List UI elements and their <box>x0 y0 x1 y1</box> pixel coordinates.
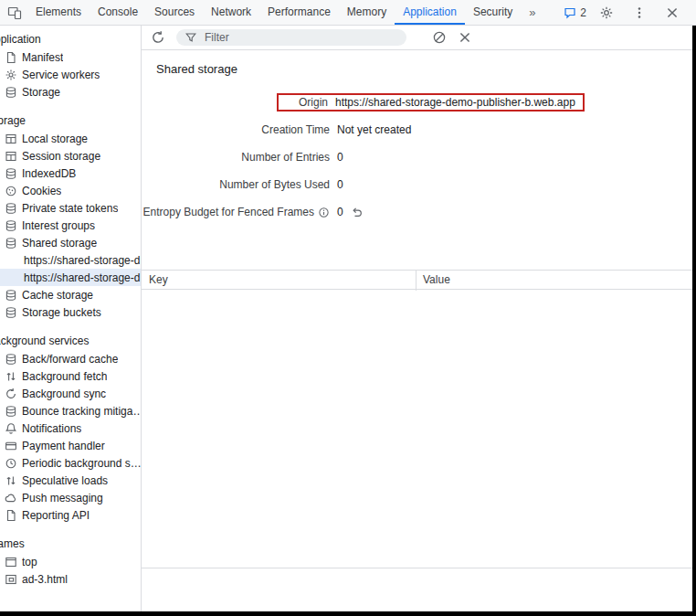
field-row-number-of-bytes-used: Number of Bytes Used 0 <box>142 171 692 198</box>
database-icon <box>5 237 17 250</box>
sidebar-item-periodic-background-sync[interactable]: Periodic background s… <box>0 454 141 472</box>
panel-tabs: Elements Console Sources Network Perform… <box>27 0 543 25</box>
sidebar-header-frames: Frames <box>0 536 141 553</box>
sidebar-item-frame-ad-3[interactable]: ad-3.html <box>0 570 141 588</box>
database-icon <box>5 219 17 232</box>
database-icon <box>5 306 17 319</box>
column-header-value[interactable]: Value <box>423 273 450 286</box>
sidebar-header-background-services: Background services <box>0 333 141 350</box>
info-icon[interactable] <box>318 207 330 218</box>
metadata-report: Origin https://shared-storage-demo-publi… <box>142 78 692 226</box>
cookie-icon <box>5 185 17 197</box>
database-icon <box>5 167 17 180</box>
more-vert-icon[interactable] <box>632 5 647 20</box>
bell-icon <box>5 422 17 435</box>
application-sidebar: Application Manifest Service workers Sto… <box>0 26 142 611</box>
sidebar-item-push-messaging[interactable]: Push messaging <box>0 489 141 506</box>
sidebar-item-speculative-loads[interactable]: Speculative loads <box>0 472 141 489</box>
gear-icon[interactable] <box>599 5 614 20</box>
sidebar-item-local-storage[interactable]: Local storage <box>0 130 141 147</box>
field-value: 0 <box>337 151 343 164</box>
database-icon <box>5 86 17 99</box>
tab-memory[interactable]: Memory <box>339 0 395 25</box>
tab-network[interactable]: Network <box>203 0 259 25</box>
sidebar-item-bounce-tracking-mitigations[interactable]: Bounce tracking mitiga… <box>0 402 141 420</box>
sidebar-item-indexeddb[interactable]: IndexedDB <box>0 165 141 182</box>
filter-input[interactable] <box>203 30 398 45</box>
storage-items-table: Key Value <box>142 270 692 568</box>
database-icon <box>5 202 17 215</box>
document-icon <box>5 509 17 522</box>
clock-icon <box>5 457 17 470</box>
tab-security[interactable]: Security <box>465 0 521 25</box>
sidebar-item-shared-storage-origin-1[interactable]: https://shared-storage-d… <box>0 251 141 269</box>
sidebar-item-storage-buckets[interactable]: Storage buckets <box>0 303 141 321</box>
tab-console[interactable]: Console <box>90 0 146 25</box>
panel-toolbar <box>142 26 692 50</box>
field-row-entropy-budget: Entropy Budget for Fenced Frames 0 <box>142 198 692 226</box>
tab-performance[interactable]: Performance <box>259 0 339 25</box>
gear-icon <box>5 69 17 81</box>
field-value: Not yet created <box>337 123 411 136</box>
sidebar-item-back-forward-cache[interactable]: Back/forward cache <box>0 350 141 367</box>
document-icon <box>5 51 17 64</box>
delete-icon[interactable] <box>458 30 472 45</box>
sidebar-item-payment-handler[interactable]: Payment handler <box>0 437 141 454</box>
issues-icon <box>564 6 576 19</box>
sidebar-item-shared-storage[interactable]: Shared storage <box>0 234 141 251</box>
column-header-key[interactable]: Key <box>142 273 168 286</box>
sidebar-item-manifest[interactable]: Manifest <box>0 48 141 66</box>
device-toolbar-icon[interactable] <box>7 5 22 20</box>
table-icon <box>5 150 17 163</box>
table-body-empty <box>142 291 692 568</box>
issues-counter[interactable]: 2 <box>564 6 586 19</box>
field-row-number-of-entries: Number of Entries 0 <box>142 143 692 171</box>
origin-highlight-annotation: Origin https://shared-storage-demo-publi… <box>277 93 585 112</box>
sidebar-item-background-sync[interactable]: Background sync <box>0 385 141 402</box>
tab-application[interactable]: Application <box>395 0 465 25</box>
sidebar-item-cookies[interactable]: Cookies <box>0 182 141 199</box>
up-down-arrows-icon <box>5 474 17 487</box>
sync-icon <box>5 388 17 400</box>
window-edge-bottom <box>0 611 696 616</box>
sidebar-item-interest-groups[interactable]: Interest groups <box>0 217 141 234</box>
undo-icon[interactable] <box>351 206 364 218</box>
page-title: Shared storage <box>142 50 692 78</box>
issues-count: 2 <box>580 6 586 19</box>
payment-card-icon <box>5 440 17 452</box>
devtools-window: Elements Console Sources Network Perform… <box>0 0 696 616</box>
sidebar-item-shared-storage-origin-2[interactable]: https://shared-storage-d… <box>0 269 141 286</box>
sidebar-item-reporting-api[interactable]: Reporting API <box>0 506 141 524</box>
funnel-icon <box>185 31 197 44</box>
shared-storage-panel: Shared storage Origin https://shared-sto… <box>142 26 692 611</box>
sidebar-item-private-state-tokens[interactable]: Private state tokens <box>0 199 141 217</box>
sidebar-item-cache-storage[interactable]: Cache storage <box>0 286 141 303</box>
more-tabs-button[interactable]: » <box>521 0 543 25</box>
field-label: Entropy Budget for Fenced Frames <box>142 206 330 218</box>
database-icon <box>5 353 17 366</box>
sidebar-item-frame-top[interactable]: top <box>0 553 141 570</box>
field-row-creation-time: Creation Time Not yet created <box>142 116 692 143</box>
sidebar-item-service-workers[interactable]: Service workers <box>0 66 141 83</box>
close-icon[interactable] <box>665 5 680 20</box>
sidebar-section-application: Application Manifest Service workers Sto… <box>0 31 141 101</box>
tab-sources[interactable]: Sources <box>146 0 203 25</box>
refresh-icon[interactable] <box>151 30 165 45</box>
tab-elements[interactable]: Elements <box>27 0 90 25</box>
field-label: Creation Time <box>142 123 330 136</box>
up-down-arrows-icon <box>5 370 17 383</box>
clear-all-icon[interactable] <box>432 30 447 45</box>
sidebar-item-background-fetch[interactable]: Background fetch <box>0 367 141 385</box>
devtools-body: Application Manifest Service workers Sto… <box>0 26 692 611</box>
database-icon <box>5 405 17 418</box>
filter-field[interactable] <box>176 29 406 46</box>
sidebar-item-session-storage[interactable]: Session storage <box>0 147 141 165</box>
field-row-origin: Origin https://shared-storage-demo-publi… <box>142 89 692 116</box>
sidebar-item-notifications[interactable]: Notifications <box>0 420 141 437</box>
sidebar-item-storage[interactable]: Storage <box>0 83 141 101</box>
sidebar-section-storage: Storage Local storage Session storage In… <box>0 112 141 321</box>
table-header-row: Key Value <box>142 271 692 290</box>
field-value: 0 <box>337 206 364 218</box>
devtools-tabbar: Elements Console Sources Network Perform… <box>0 0 696 26</box>
field-label: Number of Bytes Used <box>142 178 330 191</box>
